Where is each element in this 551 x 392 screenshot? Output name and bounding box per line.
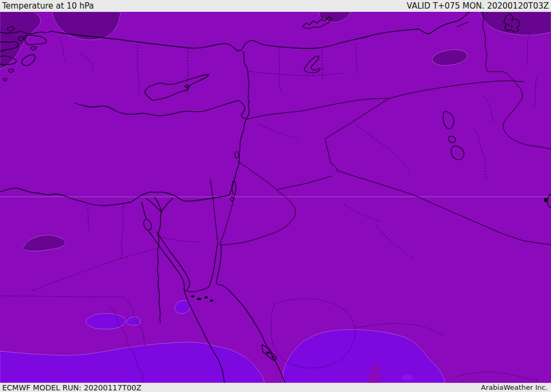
map-canvas (0, 12, 551, 383)
page-title: Temperature at 10 hPa (2, 1, 94, 11)
temperature-map-svg (0, 12, 551, 383)
weather-map-viewport: Temperature at 10 hPa VALID T+075 MON. 2… (0, 0, 551, 392)
header-bar: Temperature at 10 hPa VALID T+075 MON. 2… (0, 0, 551, 12)
footer-bar: ECMWF MODEL RUN: 20200117T00Z ArabiaWeat… (0, 383, 551, 392)
branding-label: ArabiaWeather Inc. (481, 383, 548, 391)
model-run-label: ECMWF MODEL RUN: 20200117T00Z (2, 383, 142, 392)
valid-time-label: VALID T+075 MON. 20200120T03Z (407, 1, 549, 11)
map-background (0, 12, 551, 383)
